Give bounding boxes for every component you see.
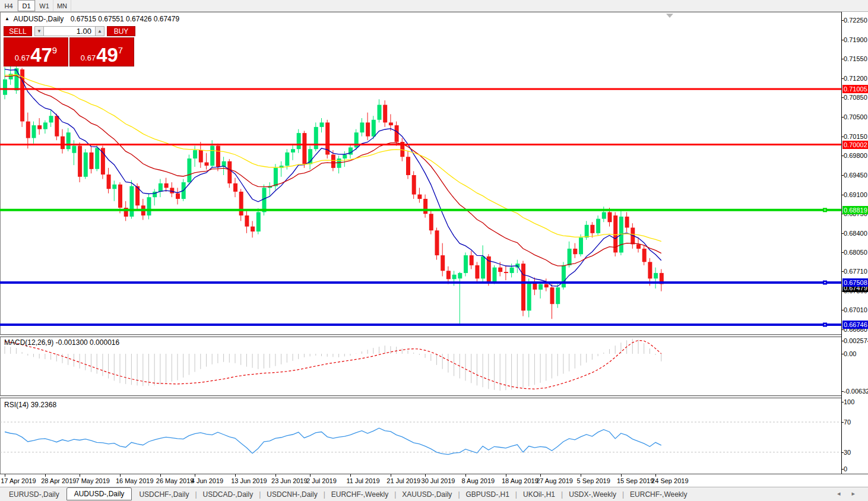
price-axis[interactable]: 0.722500.719000.715500.712000.708500.705…: [841, 12, 868, 474]
chart-ohlc-values: 0.67515 0.67551 0.67426 0.67479: [71, 15, 180, 23]
level-price-label: 0.67508: [842, 278, 868, 287]
candle-body: [538, 284, 543, 290]
date-tick-mark: [655, 474, 656, 477]
candle-body: [498, 268, 502, 272]
chart-tab-eurchf-weekly[interactable]: EURCHF-,Weekly: [625, 489, 692, 500]
date-tick-mark: [160, 474, 161, 477]
candle-body: [199, 150, 203, 163]
date-tick-mark: [80, 474, 80, 477]
date-tick-label: 18 Aug 2019: [502, 477, 538, 484]
candle-body: [331, 155, 335, 168]
candle-body: [26, 122, 30, 138]
volume-increase-icon[interactable]: ▲: [95, 26, 104, 36]
candle-body: [579, 237, 583, 254]
candle-body: [573, 249, 577, 254]
volume-stepper: ▼ 1.00 ▲: [34, 26, 104, 36]
chart-tab-xauusd-daily[interactable]: XAUUSD-,Daily: [397, 489, 457, 500]
date-tick-label: 7 May 2019: [75, 477, 109, 484]
tab-scroll-arrows-icon[interactable]: ◂ ▸: [837, 490, 860, 497]
fast-ma-line: [5, 69, 661, 287]
candle-body: [274, 168, 278, 186]
candle-body: [452, 275, 457, 280]
candle-body: [84, 153, 88, 177]
candle-body: [596, 219, 600, 233]
candle-body: [475, 265, 479, 278]
volume-decrease-icon[interactable]: ▼: [34, 26, 44, 36]
candle-body: [562, 265, 566, 287]
price-tick-label: 0.70150: [844, 132, 867, 141]
rsi-panel: [0, 422, 841, 455]
candle-body: [389, 122, 393, 125]
candle-body: [43, 122, 47, 129]
candle-body: [429, 214, 433, 230]
candle-body: [3, 80, 7, 95]
candle-body: [458, 273, 462, 278]
chart-tab-audusd-daily[interactable]: AUDUSD-,Daily: [66, 487, 132, 500]
candle-body: [262, 188, 267, 212]
candle-body: [291, 149, 295, 153]
candle-body: [14, 68, 18, 90]
volume-input[interactable]: 1.00: [44, 26, 95, 36]
candle-body: [395, 125, 399, 142]
timeframe-d1-button[interactable]: D1: [18, 0, 36, 11]
candle-body: [343, 155, 347, 159]
timeframe-h4-button[interactable]: H4: [0, 0, 18, 11]
price-tick-label: 0.68050: [844, 248, 867, 256]
date-tick-mark: [45, 474, 46, 477]
candle-body: [107, 175, 111, 189]
sell-price-pip: 9: [52, 39, 57, 62]
buy-price-button[interactable]: 0.67 49 7: [69, 37, 134, 66]
candle-body: [648, 262, 652, 278]
chart-tab-ukoil-h1[interactable]: UKOil-,H1: [518, 489, 560, 500]
timeframe-toolbar: H4 D1 W1 MN: [0, 0, 868, 12]
candle-body: [446, 271, 451, 279]
chart-tab-usdcnh-daily[interactable]: USDCNH-,Daily: [261, 489, 322, 500]
price-chart[interactable]: [0, 12, 841, 474]
price-tick-label: 0.70500: [844, 113, 867, 121]
candle-body: [602, 212, 606, 218]
level-price-label: 0.71005: [842, 85, 868, 93]
date-tick-mark: [391, 474, 391, 477]
level-price-label: 0.66746: [842, 321, 868, 329]
candle-body: [337, 158, 341, 168]
macd-signal-line: [5, 340, 661, 389]
chart-tab-eurusd-daily[interactable]: EURUSD-,Daily: [4, 489, 65, 500]
candle-body: [147, 197, 151, 215]
buy-button[interactable]: BUY: [107, 26, 135, 36]
rsi-tick-label: 0: [844, 465, 847, 473]
candle-body: [233, 183, 237, 192]
candle-body: [372, 120, 376, 137]
sell-price-button[interactable]: 0.67 47 9: [4, 37, 68, 66]
collapse-panel-icon[interactable]: ▲: [5, 16, 9, 21]
candle-body: [245, 215, 249, 227]
price-tick-label: 0.71200: [844, 74, 867, 83]
price-tick-label: 0.69800: [844, 151, 867, 160]
chart-tab-bar: EURUSD-,DailyAUDUSD-,DailyUSDCHF-,Daily|…: [0, 487, 868, 501]
date-tick-mark: [5, 474, 5, 477]
line-handle-dot: [825, 324, 826, 325]
date-axis[interactable]: 17 Apr 201928 Apr 20197 May 201916 May 2…: [0, 474, 868, 486]
candle-body: [590, 225, 594, 233]
macd-tick-label: 0.002574: [844, 337, 868, 345]
sell-button[interactable]: SELL: [4, 26, 32, 36]
timeframe-w1-button[interactable]: W1: [36, 0, 53, 11]
candle-body: [441, 255, 445, 271]
chart-tab-usdchf-daily[interactable]: USDCHF-,Daily: [134, 489, 194, 500]
level-price-label: 0.70002: [842, 141, 868, 149]
chart-tab-gbpusd-h1[interactable]: GBPUSD-,H1: [461, 489, 515, 500]
candle-body: [383, 105, 387, 123]
chart-tab-usdx-weekly[interactable]: USDX-,Weekly: [563, 489, 622, 500]
price-tick-label: 0.69450: [844, 171, 867, 179]
price-tick-label: 0.67010: [844, 306, 867, 314]
candle-body: [78, 146, 82, 177]
chart-tab-eurchf-weekly[interactable]: EURCHF-,Weekly: [326, 489, 394, 500]
price-tick-label: 0.69100: [844, 191, 867, 199]
chart-shift-marker-icon[interactable]: [666, 14, 673, 18]
rsi-line: [5, 428, 661, 454]
candle-body: [481, 256, 485, 278]
chart-tab-usdcad-daily[interactable]: USDCAD-,Daily: [198, 489, 259, 500]
date-tick-mark: [310, 474, 311, 477]
candle-body: [493, 268, 497, 282]
candle-body: [302, 133, 306, 164]
timeframe-mn-button[interactable]: MN: [53, 0, 71, 11]
